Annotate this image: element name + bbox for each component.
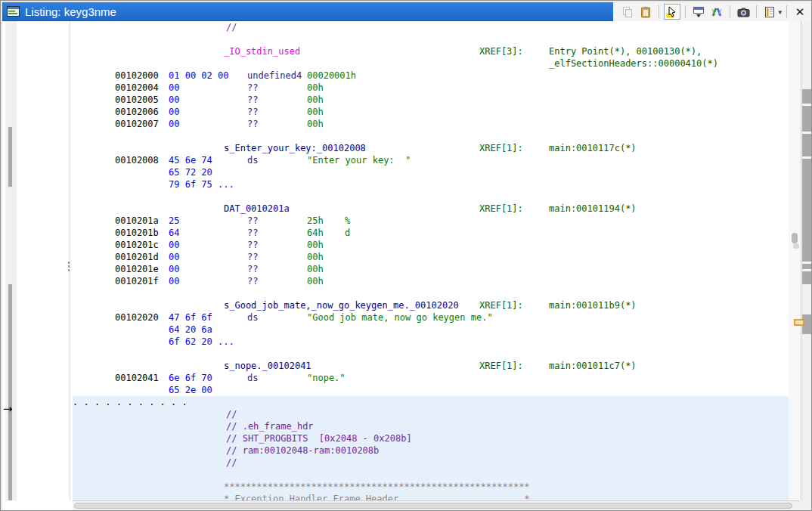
mnemonic[interactable]: ds [247, 154, 258, 166]
snapshot-button[interactable] [735, 4, 752, 20]
comment[interactable]: // [226, 457, 237, 469]
bytes[interactable]: 45 6e 74 [169, 154, 212, 166]
bytes[interactable]: 00 [169, 106, 179, 118]
toggle-header-button[interactable] [690, 4, 707, 20]
address[interactable]: 0010201f [115, 275, 159, 287]
address[interactable]: 00102008 [115, 154, 159, 166]
bytes[interactable]: 47 6f 6f [169, 311, 212, 324]
operand[interactable]: "Good job mate, now go keygen me." [307, 311, 493, 324]
edit-listing-display-button[interactable] [761, 4, 778, 20]
mnemonic[interactable]: ?? [247, 94, 258, 106]
xref-count[interactable]: XREF[1]: [479, 142, 523, 154]
address[interactable]: 00102041 [115, 372, 159, 384]
mnemonic[interactable]: ?? [247, 82, 258, 94]
address[interactable]: 00102006 [115, 106, 159, 118]
operand[interactable]: 00h [307, 239, 324, 251]
mnemonic[interactable]: ?? [247, 275, 258, 287]
xref-count[interactable]: XREF[1]: [479, 299, 523, 311]
bytes[interactable]: 00 [169, 82, 179, 94]
mnemonic[interactable]: ?? [247, 251, 258, 263]
comment[interactable]: // ram:00102048-ram:0010208b [226, 444, 379, 457]
comment[interactable]: // [226, 408, 237, 420]
horizontal-scrollbar-thumb[interactable] [74, 503, 792, 509]
bytes[interactable]: 00 [169, 263, 179, 275]
dropdown-caret-icon[interactable]: ▾ [778, 8, 782, 16]
bytes[interactable]: 64 [169, 227, 179, 239]
diff-view-button[interactable] [708, 4, 725, 20]
address[interactable]: 0010201d [115, 251, 159, 263]
close-button[interactable]: ✕ [792, 4, 808, 20]
xref-target[interactable]: Entry Point(*), 00100130(*), [549, 45, 702, 57]
operand[interactable]: 00h [307, 118, 324, 130]
plate-comment[interactable]: ****************************************… [224, 481, 530, 493]
char-value[interactable]: % [345, 215, 350, 227]
cursor-position-marker[interactable] [794, 319, 804, 326]
mnemonic[interactable]: ?? [247, 106, 258, 118]
operand[interactable]: "Enter your key: " [307, 154, 411, 166]
horizontal-scrollbar[interactable] [73, 500, 800, 510]
address[interactable]: 00102007 [115, 118, 159, 130]
xref-target[interactable]: main:0010117c(*) [549, 142, 637, 154]
label[interactable]: s_Good_job_mate,_now_go_keygen_me._00102… [224, 299, 459, 311]
operand[interactable]: 64h [307, 227, 324, 239]
window-titlebar[interactable]: Listing: keyg3nme [2, 2, 811, 21]
mnemonic[interactable]: ?? [247, 239, 258, 251]
label[interactable]: DAT_0010201a [224, 203, 290, 215]
bytes[interactable]: 6f 62 20 ... [169, 336, 234, 348]
listing-content[interactable]: //_IO_stdin_usedXREF[3]:Entry Point(*), … [73, 21, 800, 500]
comment[interactable]: // .eh_frame_hdr [226, 420, 314, 432]
mnemonic[interactable]: ?? [247, 227, 258, 239]
operand[interactable]: 00h [307, 106, 324, 118]
mnemonic[interactable]: ?? [247, 215, 258, 227]
bytes[interactable]: 01 00 02 00 [169, 70, 228, 82]
bytes[interactable]: 65 72 20 [169, 166, 212, 178]
bytes[interactable]: 64 20 6a [169, 324, 212, 336]
char-value[interactable]: d [345, 227, 350, 239]
bytes[interactable]: 00 [169, 275, 179, 287]
label[interactable]: s_Enter_your_key:_00102008 [224, 142, 366, 154]
bytes[interactable]: 00 [169, 118, 179, 130]
operand[interactable]: 00h [307, 82, 324, 94]
operand[interactable]: 00h [307, 263, 324, 275]
address[interactable]: 00102004 [115, 82, 159, 94]
bytes[interactable]: 79 6f 75 ... [169, 178, 234, 190]
address[interactable]: 00102005 [115, 94, 159, 106]
operand[interactable]: 00020001h [307, 70, 356, 82]
xref-count[interactable]: XREF[1]: [479, 360, 523, 372]
operand[interactable]: 00h [307, 94, 324, 106]
address[interactable]: 0010201b [115, 227, 159, 239]
mnemonic[interactable]: undefined4 [247, 70, 302, 82]
paste-button[interactable] [637, 4, 654, 20]
mnemonic[interactable]: ?? [247, 118, 258, 130]
cursor-location-button[interactable] [664, 4, 680, 20]
operand[interactable]: 00h [307, 251, 324, 263]
comment[interactable]: // SHT_PROGBITS [0x2048 - 0x208b] [226, 432, 412, 444]
xref-target[interactable]: main:001011c7(*) [549, 360, 637, 372]
plate-comment[interactable]: * Exception Handler Frame Header * [224, 493, 530, 500]
bytes[interactable]: 25 [169, 215, 179, 227]
comment[interactable]: // [226, 21, 237, 33]
address[interactable]: 0010201c [115, 239, 159, 251]
vertical-scrollbar-thumb[interactable] [802, 89, 812, 284]
address[interactable]: 0010201e [115, 263, 159, 275]
bytes[interactable]: 00 [169, 239, 179, 251]
xref-count[interactable]: XREF[1]: [479, 203, 523, 215]
mnemonic[interactable]: ?? [247, 263, 258, 275]
operand[interactable]: 00h [307, 275, 324, 287]
mnemonic[interactable]: ds [247, 372, 258, 384]
xref-target[interactable]: main:001011b9(*) [549, 299, 637, 311]
operand[interactable]: "nope." [307, 372, 346, 384]
xref-count[interactable]: XREF[3]: [479, 45, 523, 57]
label[interactable]: _IO_stdin_used [224, 45, 300, 57]
bytes[interactable]: 6e 6f 70 [169, 372, 212, 384]
bytes[interactable]: 65 2e 00 [169, 384, 212, 396]
xref-target[interactable]: _elfSectionHeaders::00000410(*) [549, 57, 718, 70]
copy-button[interactable] [619, 4, 636, 20]
separator-dots[interactable]: . . . . . . . . . . . [73, 396, 188, 408]
address[interactable]: 0010201a [115, 215, 159, 227]
address[interactable]: 00102000 [115, 70, 159, 82]
label[interactable]: s_nope._00102041 [224, 360, 311, 372]
bytes[interactable]: 00 [169, 251, 179, 263]
bytes[interactable]: 00 [169, 94, 179, 106]
xref-target[interactable]: main:00101194(*) [549, 203, 637, 215]
